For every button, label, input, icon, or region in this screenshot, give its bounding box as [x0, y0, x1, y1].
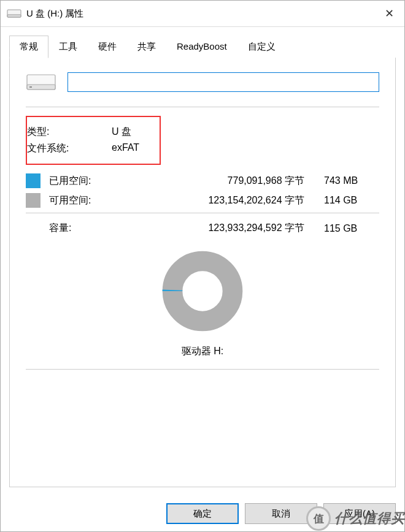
- filesystem-value: exFAT: [112, 142, 139, 155]
- tab-readyboost[interactable]: ReadyBoost: [166, 36, 237, 58]
- free-color-swatch: [26, 193, 40, 208]
- properties-dialog: U 盘 (H:) 属性 ✕ 常规 工具 硬件 共享 ReadyBoost 自定义: [0, 0, 405, 532]
- drive-letter-label: 驱动器 H:: [182, 345, 223, 358]
- window-title: U 盘 (H:) 属性: [26, 8, 374, 20]
- type-value: U 盘: [112, 126, 131, 139]
- tab-panel-general: 类型: U 盘 文件系统: exFAT 已用空间: 779,091,968 字节…: [9, 58, 396, 487]
- free-space-row: 可用空间: 123,154,202,624 字节 114 GB: [26, 193, 379, 208]
- capacity-bytes: 123,933,294,592 字节: [123, 222, 324, 235]
- svg-rect-4: [29, 86, 32, 88]
- close-button[interactable]: ✕: [374, 1, 404, 26]
- drive-header-row: [26, 71, 379, 93]
- tab-tools[interactable]: 工具: [48, 36, 88, 58]
- cancel-button[interactable]: 取消: [245, 503, 317, 524]
- tab-customize[interactable]: 自定义: [237, 36, 286, 58]
- drive-name-input[interactable]: [68, 72, 379, 92]
- capacity-label: 容量:: [49, 222, 123, 235]
- free-space-human: 114 GB: [324, 195, 379, 206]
- used-space-human: 743 MB: [324, 175, 379, 186]
- used-space-bytes: 779,091,968 字节: [123, 175, 324, 188]
- usage-chart-wrapper: 驱动器 H:: [26, 248, 379, 358]
- used-space-label: 已用空间:: [49, 175, 123, 188]
- ok-button[interactable]: 确定: [166, 503, 239, 524]
- tab-strip: 常规 工具 硬件 共享 ReadyBoost 自定义: [9, 36, 396, 58]
- usage-donut-chart: [160, 248, 245, 334]
- free-space-label: 可用空间:: [49, 194, 123, 207]
- tab-general[interactable]: 常规: [9, 36, 48, 58]
- drive-large-icon: [26, 71, 56, 93]
- titlebar: U 盘 (H:) 属性 ✕: [1, 1, 404, 27]
- capacity-human: 115 GB: [324, 223, 379, 234]
- type-label: 类型:: [27, 126, 112, 139]
- divider: [26, 213, 379, 213]
- divider: [26, 107, 379, 107]
- highlighted-info-box: 类型: U 盘 文件系统: exFAT: [26, 116, 161, 165]
- free-space-bytes: 123,154,202,624 字节: [123, 194, 324, 207]
- drive-icon: [7, 8, 21, 19]
- used-space-row: 已用空间: 779,091,968 字节 743 MB: [26, 173, 379, 188]
- tab-sharing[interactable]: 共享: [127, 36, 166, 58]
- dialog-button-bar: 确定 取消 应用(A): [1, 496, 404, 531]
- capacity-row: 容量: 123,933,294,592 字节 115 GB: [49, 222, 379, 235]
- tabs-container: 常规 工具 硬件 共享 ReadyBoost 自定义: [1, 27, 404, 496]
- divider: [26, 369, 379, 370]
- svg-rect-1: [7, 15, 21, 17]
- used-color-swatch: [26, 173, 40, 188]
- close-icon: ✕: [385, 7, 394, 20]
- filesystem-label: 文件系统:: [27, 142, 112, 155]
- apply-button[interactable]: 应用(A): [323, 503, 396, 524]
- tab-hardware[interactable]: 硬件: [88, 36, 127, 58]
